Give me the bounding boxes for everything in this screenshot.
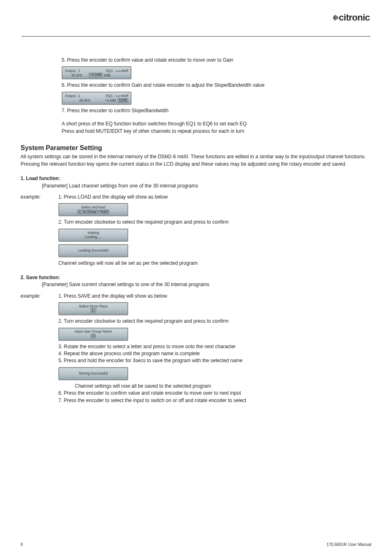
lcd-step5: Output : 1 EQ1 : Lo-shelf 20.3Hz +4.0dB … (62, 66, 131, 79)
save-function-heading: 2. Save function: (21, 274, 371, 281)
load-end-note: Channel settings will now all be set as … (58, 260, 371, 267)
lcd-step5-r2-mid: +4.0dB (89, 73, 102, 77)
lcd-save-2-l1: Input User Group Name (62, 330, 125, 334)
step-7-text: 7. Press the encoder to confirm Slope/Ba… (62, 107, 371, 114)
lcd-save-1: Select Store Place 1. (58, 302, 128, 315)
load-function-heading: 1. Load function: (21, 175, 371, 182)
save-step-5: 5. Press and hold the encoder for 3secs … (58, 357, 371, 364)
save-step-1: 1. Press SAVE and the display will show … (58, 293, 371, 300)
save-step-7: 7. Press the encoder to select the input… (58, 397, 371, 404)
eq-note-2: Press and hold MUTE/EDIT key of other ch… (62, 127, 371, 135)
save-example-label: example: (21, 293, 58, 300)
brand-bars-icon (333, 15, 339, 21)
step-6-text: 6. Press the encoder to confirm Gain and… (62, 82, 371, 89)
save-step-2: 2. Turn encoder clockwise to select the … (58, 318, 371, 325)
save-step-3: 3. Rotate the encoder to select a letter… (58, 343, 371, 350)
lcd-save-1-l2: 1. (90, 308, 96, 313)
save-function-parameter: [Parameter] Save current channel setting… (42, 281, 371, 288)
load-step-1: 1. Press LOAD and the display will show … (58, 194, 371, 201)
lcd-load-1: Select and load 1. 2x (2way + Sub) (58, 203, 128, 216)
save-step-6: 6. Press the encoder to confirm value an… (58, 390, 371, 397)
lcd-load-1-l2: 1. 2x (2way + Sub) (77, 210, 109, 214)
manual-id: 170.660UK User Manual (326, 542, 371, 547)
lcd-step6-r2-right: 12dB (118, 98, 128, 103)
lcd-load-1-l1: Select and load (62, 206, 125, 210)
lcd-step6-r2-mid: +4.0dB (105, 98, 116, 103)
page-number: 8 (21, 542, 23, 547)
lcd-step6-r2-left: 20.3Hz (65, 98, 105, 103)
top-divider (21, 36, 371, 37)
lcd-load-2-l2: Loading..... (62, 235, 125, 239)
lcd-save-2: Input User Group Name A (58, 328, 128, 341)
lcd-save-3-l1: Storing Successful (62, 372, 125, 376)
lcd-load-3-l1: Loading Successful (62, 249, 125, 253)
lcd-load-2: Waiting Loading..... (58, 229, 128, 242)
lcd-save-1-l1: Select Store Place (62, 305, 125, 309)
lcd-step6: Output : 1 EQ1 : Lo-shelf 20.3Hz +4.0dB … (62, 92, 131, 105)
eq-note-1: A short press of the EQ function button … (62, 120, 371, 127)
lcd-load-3: Loading Successful (58, 244, 128, 257)
step-5-text: 5. Press the encoder to confirm value an… (62, 57, 371, 64)
system-parameter-paragraph: All system settings can be stored in the… (21, 153, 367, 168)
save-step-4: 4. Repeat the above process until the pr… (58, 350, 371, 357)
lcd-save-2-l2: A (91, 334, 96, 338)
brand-logo: citronic (333, 12, 370, 23)
lcd-step5-r2-left: 20.3Hz (65, 73, 89, 78)
load-function-parameter: [Parameter] Load channel settings from o… (42, 183, 371, 190)
load-step-2: 2. Turn encoder clockwise to select the … (58, 219, 371, 226)
save-end-note: Channel settings will now all be saved t… (75, 383, 371, 390)
lcd-save-3: Storing Successful (58, 367, 128, 380)
lcd-step5-r2-right: 6dB (103, 73, 128, 78)
system-parameter-heading: System Parameter Setting (21, 143, 371, 153)
load-example-label: example: (21, 194, 58, 201)
brand-text: citronic (339, 12, 370, 23)
